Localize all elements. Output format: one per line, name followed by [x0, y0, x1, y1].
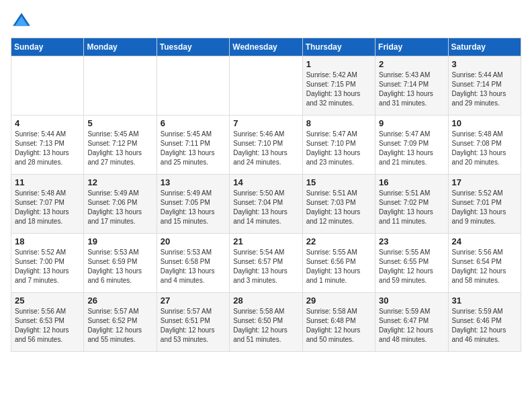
header-cell-saturday: Saturday	[448, 38, 521, 56]
day-cell: 31Sunrise: 5:59 AM Sunset: 6:46 PM Dayli…	[448, 293, 521, 352]
day-number: 24	[452, 236, 517, 246]
day-cell: 28Sunrise: 5:58 AM Sunset: 6:50 PM Dayli…	[230, 293, 302, 352]
day-cell	[230, 56, 302, 116]
day-cell: 26Sunrise: 5:57 AM Sunset: 6:52 PM Dayli…	[84, 293, 157, 352]
day-number: 20	[161, 236, 226, 246]
day-number: 26	[87, 295, 152, 306]
day-cell: 17Sunrise: 5:52 AM Sunset: 7:01 PM Dayli…	[448, 175, 521, 234]
day-info: Sunrise: 5:52 AM Sunset: 7:00 PM Dayligh…	[15, 248, 80, 285]
day-number: 13	[161, 177, 226, 187]
day-number: 17	[452, 177, 517, 187]
day-info: Sunrise: 5:45 AM Sunset: 7:12 PM Dayligh…	[87, 130, 152, 167]
day-cell: 30Sunrise: 5:59 AM Sunset: 6:47 PM Dayli…	[375, 293, 448, 352]
day-info: Sunrise: 5:49 AM Sunset: 7:05 PM Dayligh…	[161, 189, 226, 226]
day-number: 21	[233, 236, 298, 246]
day-cell: 13Sunrise: 5:49 AM Sunset: 7:05 PM Dayli…	[157, 175, 229, 234]
header-row: SundayMondayTuesdayWednesdayThursdayFrid…	[11, 38, 521, 56]
logo-icon	[11, 11, 32, 32]
header-cell-thursday: Thursday	[302, 38, 375, 56]
day-number: 5	[87, 118, 152, 128]
week-row-3: 11Sunrise: 5:48 AM Sunset: 7:07 PM Dayli…	[11, 175, 521, 234]
day-cell: 19Sunrise: 5:53 AM Sunset: 6:59 PM Dayli…	[84, 234, 157, 293]
day-info: Sunrise: 5:42 AM Sunset: 7:15 PM Dayligh…	[306, 71, 371, 108]
day-cell: 1Sunrise: 5:42 AM Sunset: 7:15 PM Daylig…	[302, 56, 375, 116]
day-number: 19	[87, 236, 152, 246]
header-cell-wednesday: Wednesday	[230, 38, 302, 56]
day-number: 25	[15, 295, 80, 306]
day-number: 14	[233, 177, 298, 187]
day-cell: 29Sunrise: 5:58 AM Sunset: 6:48 PM Dayli…	[302, 293, 375, 352]
day-cell: 16Sunrise: 5:51 AM Sunset: 7:02 PM Dayli…	[375, 175, 448, 234]
day-cell: 20Sunrise: 5:53 AM Sunset: 6:58 PM Dayli…	[157, 234, 229, 293]
calendar-table: SundayMondayTuesdayWednesdayThursdayFrid…	[11, 38, 521, 352]
day-number: 29	[306, 295, 371, 306]
day-cell: 6Sunrise: 5:45 AM Sunset: 7:11 PM Daylig…	[157, 116, 229, 175]
day-cell: 5Sunrise: 5:45 AM Sunset: 7:12 PM Daylig…	[84, 116, 157, 175]
header-cell-monday: Monday	[84, 38, 157, 56]
day-cell: 3Sunrise: 5:44 AM Sunset: 7:14 PM Daylig…	[448, 56, 521, 116]
day-info: Sunrise: 5:47 AM Sunset: 7:09 PM Dayligh…	[379, 130, 444, 167]
day-cell: 18Sunrise: 5:52 AM Sunset: 7:00 PM Dayli…	[11, 234, 84, 293]
day-number: 18	[15, 236, 80, 246]
day-number: 11	[15, 177, 80, 187]
day-info: Sunrise: 5:58 AM Sunset: 6:50 PM Dayligh…	[233, 307, 298, 345]
day-cell: 4Sunrise: 5:44 AM Sunset: 7:13 PM Daylig…	[11, 116, 84, 175]
day-cell: 23Sunrise: 5:55 AM Sunset: 6:55 PM Dayli…	[375, 234, 448, 293]
page-header	[11, 11, 521, 32]
day-number: 6	[161, 118, 226, 128]
day-cell: 22Sunrise: 5:55 AM Sunset: 6:56 PM Dayli…	[302, 234, 375, 293]
day-info: Sunrise: 5:51 AM Sunset: 7:02 PM Dayligh…	[379, 189, 444, 226]
day-number: 7	[233, 118, 298, 128]
week-row-4: 18Sunrise: 5:52 AM Sunset: 7:00 PM Dayli…	[11, 234, 521, 293]
day-cell: 25Sunrise: 5:56 AM Sunset: 6:53 PM Dayli…	[11, 293, 84, 352]
day-cell: 7Sunrise: 5:46 AM Sunset: 7:10 PM Daylig…	[230, 116, 302, 175]
day-info: Sunrise: 5:55 AM Sunset: 6:55 PM Dayligh…	[379, 248, 444, 285]
day-cell: 27Sunrise: 5:57 AM Sunset: 6:51 PM Dayli…	[157, 293, 229, 352]
header-cell-sunday: Sunday	[11, 38, 84, 56]
day-number: 4	[15, 118, 80, 128]
day-info: Sunrise: 5:46 AM Sunset: 7:10 PM Dayligh…	[233, 130, 298, 167]
day-number: 27	[161, 295, 226, 306]
day-number: 3	[452, 59, 517, 69]
day-number: 31	[452, 295, 517, 306]
week-row-2: 4Sunrise: 5:44 AM Sunset: 7:13 PM Daylig…	[11, 116, 521, 175]
day-info: Sunrise: 5:59 AM Sunset: 6:46 PM Dayligh…	[452, 307, 517, 345]
day-info: Sunrise: 5:49 AM Sunset: 7:06 PM Dayligh…	[87, 189, 152, 226]
day-cell: 14Sunrise: 5:50 AM Sunset: 7:04 PM Dayli…	[230, 175, 302, 234]
day-number: 15	[306, 177, 371, 187]
day-info: Sunrise: 5:58 AM Sunset: 6:48 PM Dayligh…	[306, 307, 371, 345]
day-cell: 21Sunrise: 5:54 AM Sunset: 6:57 PM Dayli…	[230, 234, 302, 293]
day-number: 28	[233, 295, 298, 306]
day-cell: 9Sunrise: 5:47 AM Sunset: 7:09 PM Daylig…	[375, 116, 448, 175]
day-info: Sunrise: 5:43 AM Sunset: 7:14 PM Dayligh…	[379, 71, 444, 108]
day-cell: 2Sunrise: 5:43 AM Sunset: 7:14 PM Daylig…	[375, 56, 448, 116]
day-info: Sunrise: 5:57 AM Sunset: 6:51 PM Dayligh…	[161, 307, 226, 345]
day-info: Sunrise: 5:47 AM Sunset: 7:10 PM Dayligh…	[306, 130, 371, 167]
day-number: 12	[87, 177, 152, 187]
day-info: Sunrise: 5:57 AM Sunset: 6:52 PM Dayligh…	[87, 307, 152, 345]
day-cell: 8Sunrise: 5:47 AM Sunset: 7:10 PM Daylig…	[302, 116, 375, 175]
day-info: Sunrise: 5:59 AM Sunset: 6:47 PM Dayligh…	[379, 307, 444, 345]
day-cell	[11, 56, 84, 116]
day-cell: 11Sunrise: 5:48 AM Sunset: 7:07 PM Dayli…	[11, 175, 84, 234]
day-info: Sunrise: 5:56 AM Sunset: 6:53 PM Dayligh…	[15, 307, 80, 345]
day-number: 30	[379, 295, 444, 306]
day-cell	[84, 56, 157, 116]
day-number: 1	[306, 59, 371, 69]
day-number: 23	[379, 236, 444, 246]
day-cell: 10Sunrise: 5:48 AM Sunset: 7:08 PM Dayli…	[448, 116, 521, 175]
day-info: Sunrise: 5:54 AM Sunset: 6:57 PM Dayligh…	[233, 248, 298, 285]
day-info: Sunrise: 5:52 AM Sunset: 7:01 PM Dayligh…	[452, 189, 517, 226]
day-info: Sunrise: 5:45 AM Sunset: 7:11 PM Dayligh…	[161, 130, 226, 167]
day-info: Sunrise: 5:50 AM Sunset: 7:04 PM Dayligh…	[233, 189, 298, 226]
day-cell: 12Sunrise: 5:49 AM Sunset: 7:06 PM Dayli…	[84, 175, 157, 234]
day-info: Sunrise: 5:44 AM Sunset: 7:13 PM Dayligh…	[15, 130, 80, 167]
day-info: Sunrise: 5:55 AM Sunset: 6:56 PM Dayligh…	[306, 248, 371, 285]
day-cell	[157, 56, 229, 116]
week-row-5: 25Sunrise: 5:56 AM Sunset: 6:53 PM Dayli…	[11, 293, 521, 352]
header-cell-tuesday: Tuesday	[157, 38, 229, 56]
day-info: Sunrise: 5:53 AM Sunset: 6:59 PM Dayligh…	[87, 248, 152, 285]
day-number: 8	[306, 118, 371, 128]
day-info: Sunrise: 5:44 AM Sunset: 7:14 PM Dayligh…	[452, 71, 517, 108]
day-info: Sunrise: 5:48 AM Sunset: 7:08 PM Dayligh…	[452, 130, 517, 167]
